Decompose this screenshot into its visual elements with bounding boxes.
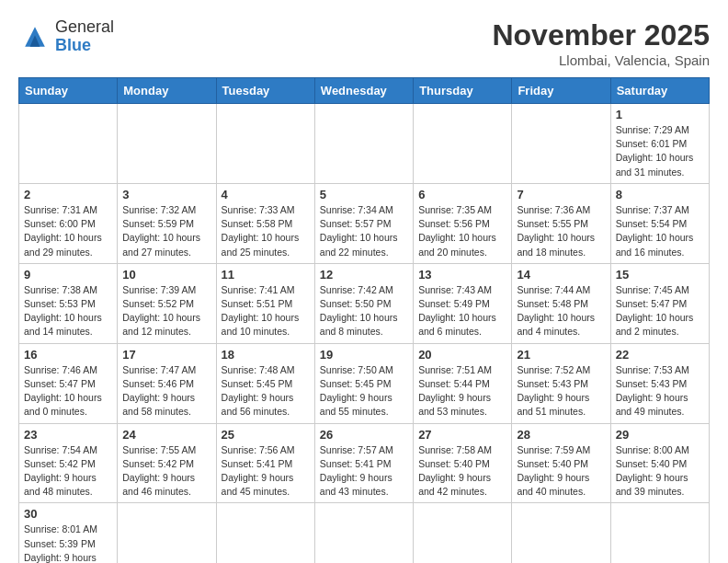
calendar-cell: 3Sunrise: 7:32 AM Sunset: 5:59 PM Daylig… bbox=[118, 183, 216, 263]
day-number: 18 bbox=[222, 348, 310, 362]
logo-text: General Blue bbox=[55, 18, 114, 55]
day-info: Sunrise: 7:32 AM Sunset: 5:59 PM Dayligh… bbox=[122, 203, 210, 259]
calendar-cell: 17Sunrise: 7:47 AM Sunset: 5:46 PM Dayli… bbox=[118, 343, 216, 423]
calendar-cell bbox=[314, 503, 413, 563]
day-number: 24 bbox=[122, 428, 210, 442]
day-info: Sunrise: 7:35 AM Sunset: 5:56 PM Dayligh… bbox=[418, 203, 506, 259]
day-info: Sunrise: 7:47 AM Sunset: 5:46 PM Dayligh… bbox=[122, 363, 210, 419]
day-number: 10 bbox=[122, 268, 210, 282]
day-info: Sunrise: 7:58 AM Sunset: 5:40 PM Dayligh… bbox=[418, 443, 506, 500]
logo-general-text: General bbox=[55, 17, 114, 36]
calendar-cell bbox=[414, 104, 512, 184]
calendar-cell: 22Sunrise: 7:53 AM Sunset: 5:43 PM Dayli… bbox=[610, 343, 709, 423]
calendar-week-1: 1Sunrise: 7:29 AM Sunset: 6:01 PM Daylig… bbox=[19, 104, 710, 184]
day-number: 3 bbox=[122, 188, 210, 201]
day-number: 14 bbox=[517, 268, 605, 282]
day-info: Sunrise: 7:52 AM Sunset: 5:43 PM Dayligh… bbox=[517, 363, 605, 419]
logo-blue-text: Blue bbox=[55, 36, 91, 54]
calendar-cell bbox=[216, 104, 314, 184]
day-info: Sunrise: 7:39 AM Sunset: 5:52 PM Dayligh… bbox=[122, 283, 210, 339]
calendar-cell: 2Sunrise: 7:31 AM Sunset: 6:00 PM Daylig… bbox=[19, 183, 118, 263]
calendar-cell bbox=[512, 503, 610, 563]
day-number: 21 bbox=[517, 348, 605, 362]
day-number: 29 bbox=[616, 428, 704, 442]
day-info: Sunrise: 8:00 AM Sunset: 5:40 PM Dayligh… bbox=[616, 443, 704, 500]
day-number: 9 bbox=[24, 268, 112, 282]
day-number: 8 bbox=[616, 188, 704, 201]
day-info: Sunrise: 7:48 AM Sunset: 5:45 PM Dayligh… bbox=[222, 363, 310, 419]
day-number: 30 bbox=[24, 507, 112, 521]
calendar-cell: 25Sunrise: 7:56 AM Sunset: 5:41 PM Dayli… bbox=[216, 423, 314, 503]
calendar-cell: 5Sunrise: 7:34 AM Sunset: 5:57 PM Daylig… bbox=[314, 183, 413, 263]
day-number: 15 bbox=[616, 268, 704, 282]
calendar-cell: 8Sunrise: 7:37 AM Sunset: 5:54 PM Daylig… bbox=[610, 183, 709, 263]
calendar-cell bbox=[19, 104, 118, 184]
calendar-cell: 29Sunrise: 8:00 AM Sunset: 5:40 PM Dayli… bbox=[610, 423, 709, 503]
title-block: November 2025 Llombai, Valencia, Spain bbox=[492, 18, 710, 68]
day-info: Sunrise: 7:41 AM Sunset: 5:51 PM Dayligh… bbox=[222, 283, 310, 339]
calendar-cell: 30Sunrise: 8:01 AM Sunset: 5:39 PM Dayli… bbox=[19, 503, 118, 563]
calendar-cell bbox=[512, 104, 610, 184]
day-number: 6 bbox=[418, 188, 506, 201]
calendar-cell: 13Sunrise: 7:43 AM Sunset: 5:49 PM Dayli… bbox=[414, 263, 512, 343]
day-info: Sunrise: 7:51 AM Sunset: 5:44 PM Dayligh… bbox=[418, 363, 506, 419]
day-info: Sunrise: 7:53 AM Sunset: 5:43 PM Dayligh… bbox=[616, 363, 704, 419]
calendar-cell: 12Sunrise: 7:42 AM Sunset: 5:50 PM Dayli… bbox=[314, 263, 413, 343]
day-info: Sunrise: 7:59 AM Sunset: 5:40 PM Dayligh… bbox=[517, 443, 605, 500]
weekday-header-sunday: Sunday bbox=[19, 78, 118, 104]
day-info: Sunrise: 7:46 AM Sunset: 5:47 PM Dayligh… bbox=[24, 363, 112, 419]
day-number: 28 bbox=[517, 428, 605, 442]
day-info: Sunrise: 7:42 AM Sunset: 5:50 PM Dayligh… bbox=[320, 283, 408, 339]
day-info: Sunrise: 7:45 AM Sunset: 5:47 PM Dayligh… bbox=[616, 283, 704, 339]
calendar-cell bbox=[118, 503, 216, 563]
calendar-cell bbox=[314, 104, 413, 184]
calendar-week-4: 16Sunrise: 7:46 AM Sunset: 5:47 PM Dayli… bbox=[19, 343, 710, 423]
calendar-cell: 4Sunrise: 7:33 AM Sunset: 5:58 PM Daylig… bbox=[216, 183, 314, 263]
day-number: 7 bbox=[517, 188, 605, 201]
day-info: Sunrise: 7:36 AM Sunset: 5:55 PM Dayligh… bbox=[517, 203, 605, 259]
calendar-cell: 10Sunrise: 7:39 AM Sunset: 5:52 PM Dayli… bbox=[118, 263, 216, 343]
calendar-cell bbox=[414, 503, 512, 563]
calendar-cell bbox=[610, 503, 709, 563]
day-info: Sunrise: 7:38 AM Sunset: 5:53 PM Dayligh… bbox=[24, 283, 112, 339]
day-info: Sunrise: 8:01 AM Sunset: 5:39 PM Dayligh… bbox=[24, 523, 112, 563]
calendar-cell: 27Sunrise: 7:58 AM Sunset: 5:40 PM Dayli… bbox=[414, 423, 512, 503]
day-number: 12 bbox=[320, 268, 408, 282]
day-info: Sunrise: 7:50 AM Sunset: 5:45 PM Dayligh… bbox=[320, 363, 408, 419]
calendar-cell: 28Sunrise: 7:59 AM Sunset: 5:40 PM Dayli… bbox=[512, 423, 610, 503]
day-number: 20 bbox=[418, 348, 506, 362]
weekday-header-friday: Friday bbox=[512, 78, 610, 104]
calendar-body: 1Sunrise: 7:29 AM Sunset: 6:01 PM Daylig… bbox=[19, 104, 710, 564]
day-info: Sunrise: 7:34 AM Sunset: 5:57 PM Dayligh… bbox=[320, 203, 408, 259]
day-info: Sunrise: 7:57 AM Sunset: 5:41 PM Dayligh… bbox=[320, 443, 408, 500]
weekday-header-thursday: Thursday bbox=[414, 78, 512, 104]
page-header: General Blue November 2025 Llombai, Vale… bbox=[18, 18, 710, 68]
day-info: Sunrise: 7:37 AM Sunset: 5:54 PM Dayligh… bbox=[616, 203, 704, 259]
calendar-cell: 23Sunrise: 7:54 AM Sunset: 5:42 PM Dayli… bbox=[19, 423, 118, 503]
calendar-cell: 11Sunrise: 7:41 AM Sunset: 5:51 PM Dayli… bbox=[216, 263, 314, 343]
calendar-week-2: 2Sunrise: 7:31 AM Sunset: 6:00 PM Daylig… bbox=[19, 183, 710, 263]
day-number: 11 bbox=[222, 268, 310, 282]
logo: General Blue bbox=[18, 18, 114, 55]
day-info: Sunrise: 7:56 AM Sunset: 5:41 PM Dayligh… bbox=[222, 443, 310, 500]
day-number: 16 bbox=[24, 348, 112, 362]
calendar-header: SundayMondayTuesdayWednesdayThursdayFrid… bbox=[19, 78, 710, 104]
day-info: Sunrise: 7:43 AM Sunset: 5:49 PM Dayligh… bbox=[418, 283, 506, 339]
calendar-cell: 6Sunrise: 7:35 AM Sunset: 5:56 PM Daylig… bbox=[414, 183, 512, 263]
logo-icon bbox=[18, 20, 51, 53]
day-info: Sunrise: 7:44 AM Sunset: 5:48 PM Dayligh… bbox=[517, 283, 605, 339]
location-text: Llombai, Valencia, Spain bbox=[492, 52, 710, 68]
calendar-cell: 9Sunrise: 7:38 AM Sunset: 5:53 PM Daylig… bbox=[19, 263, 118, 343]
weekday-header-wednesday: Wednesday bbox=[314, 78, 413, 104]
calendar-cell: 20Sunrise: 7:51 AM Sunset: 5:44 PM Dayli… bbox=[414, 343, 512, 423]
weekday-header-monday: Monday bbox=[118, 78, 216, 104]
weekday-header-row: SundayMondayTuesdayWednesdayThursdayFrid… bbox=[19, 78, 710, 104]
calendar-cell: 18Sunrise: 7:48 AM Sunset: 5:45 PM Dayli… bbox=[216, 343, 314, 423]
day-number: 5 bbox=[320, 188, 408, 201]
calendar-cell: 26Sunrise: 7:57 AM Sunset: 5:41 PM Dayli… bbox=[314, 423, 413, 503]
weekday-header-saturday: Saturday bbox=[610, 78, 709, 104]
calendar-cell: 7Sunrise: 7:36 AM Sunset: 5:55 PM Daylig… bbox=[512, 183, 610, 263]
calendar-week-3: 9Sunrise: 7:38 AM Sunset: 5:53 PM Daylig… bbox=[19, 263, 710, 343]
calendar-cell: 19Sunrise: 7:50 AM Sunset: 5:45 PM Dayli… bbox=[314, 343, 413, 423]
day-number: 26 bbox=[320, 428, 408, 442]
